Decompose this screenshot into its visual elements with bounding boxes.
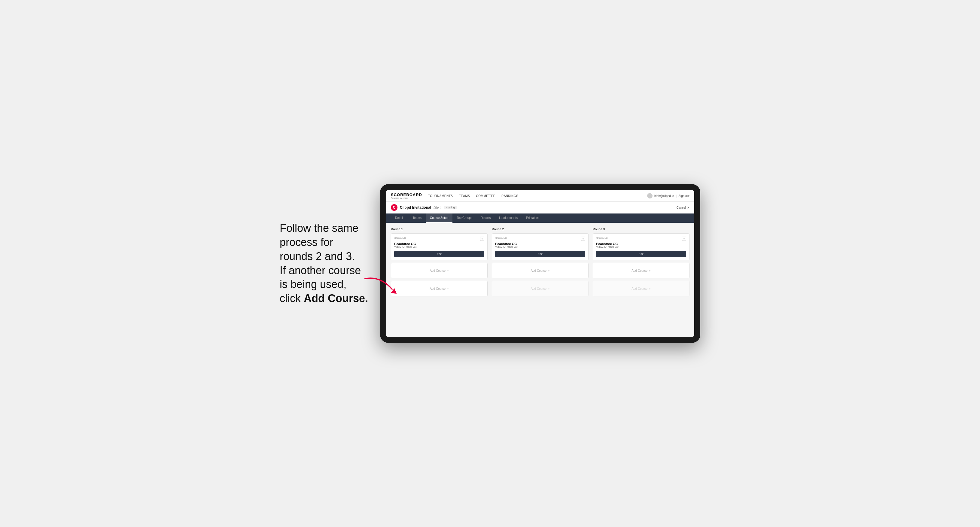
top-nav-right: blair@clippd.io | Sign out <box>647 193 689 198</box>
tournament-type: (Men) <box>434 206 441 209</box>
page-wrapper: Follow the same process for rounds 2 and… <box>280 184 700 343</box>
round-2-column: Round 2 (Course A) ○ Peachtree GC Yellow… <box>492 228 589 299</box>
tab-course-setup[interactable]: Course Setup <box>426 214 452 223</box>
add-course-label-r2-2: Add Course <box>531 287 546 290</box>
tab-tee-groups[interactable]: Tee Groups <box>452 214 476 223</box>
cancel-label: Cancel <box>676 206 686 209</box>
main-content: Round 1 (Course A) ○ Peachtree GC Yellow… <box>386 223 694 337</box>
logo-title: SCOREBOARD <box>391 192 422 197</box>
plus-icon-r1-2: + <box>447 287 449 290</box>
instruction-line5: is being used, <box>280 278 347 290</box>
course-details-r3: Yellow (M) (6629 yds) <box>596 246 686 248</box>
round-3-course-card: (Course A) ○ Peachtree GC Yellow (M) (66… <box>593 233 689 260</box>
tab-leaderboards[interactable]: Leaderboards <box>495 214 522 223</box>
add-course-label-r2-1: Add Course <box>531 269 546 272</box>
tab-nav: Details Teams Course Setup Tee Groups Re… <box>386 214 694 223</box>
add-course-label-r1-2: Add Course <box>430 287 445 290</box>
edit-button-r3[interactable]: Edit <box>596 251 686 257</box>
sign-out-link[interactable]: Sign out <box>678 194 689 198</box>
round-2-course-card: (Course A) ○ Peachtree GC Yellow (M) (66… <box>492 233 589 260</box>
plus-icon-r2-1: + <box>548 269 549 272</box>
user-email: blair@clippd.io <box>654 194 674 198</box>
course-delete-r2[interactable]: ○ <box>581 237 585 241</box>
plus-icon-r3-1: + <box>649 269 651 272</box>
course-a-label-r3: (Course A) <box>596 237 608 239</box>
add-course-r1-1[interactable]: Add Course + <box>391 263 488 278</box>
course-name-r2: Peachtree GC <box>495 242 585 246</box>
hosting-badge: Hosting <box>444 206 457 209</box>
instruction-line1: Follow the same <box>280 222 358 234</box>
instruction-text: Follow the same process for rounds 2 and… <box>280 221 368 306</box>
instruction-line6: click <box>280 292 304 305</box>
plus-icon-r2-2: + <box>548 287 549 290</box>
round-3-column: Round 3 (Course A) ○ Peachtree GC Yellow… <box>593 228 689 299</box>
add-course-r3-2: Add Course + <box>593 281 689 296</box>
top-nav-left: SCOREBOARD Powered by clippd TOURNAMENTS… <box>391 192 518 199</box>
add-course-label-r1-1: Add Course <box>430 269 445 272</box>
tab-results[interactable]: Results <box>476 214 495 223</box>
tab-details[interactable]: Details <box>391 214 409 223</box>
avatar <box>647 193 652 198</box>
instruction-line3: rounds 2 and 3. <box>280 250 355 262</box>
top-nav: SCOREBOARD Powered by clippd TOURNAMENTS… <box>386 190 694 202</box>
round-1-label: Round 1 <box>391 228 488 231</box>
add-course-r2-1[interactable]: Add Course + <box>492 263 589 278</box>
instruction-line4: If another course <box>280 264 361 276</box>
tournament-name: Clippd Invitational <box>400 205 431 210</box>
plus-icon-r3-2: + <box>649 287 651 290</box>
course-details-r2: Yellow (M) (6629 yds) <box>495 246 585 248</box>
add-course-label-r3-2: Add Course <box>632 287 648 290</box>
tab-teams[interactable]: Teams <box>409 214 426 223</box>
edit-button-r2[interactable]: Edit <box>495 251 585 257</box>
add-course-r1-2[interactable]: Add Course + <box>391 281 488 296</box>
round-3-label: Round 3 <box>593 228 689 231</box>
course-card-header-r2: (Course A) ○ <box>495 237 585 241</box>
plus-icon-r1-1: + <box>447 269 449 272</box>
nav-teams[interactable]: TEAMS <box>459 194 470 198</box>
logo-sub: Powered by clippd <box>391 197 422 199</box>
cancel-x-icon: ✕ <box>687 206 689 209</box>
course-delete-r1[interactable]: ○ <box>480 237 484 241</box>
course-details-r1: Yellow (M) (6629 yds) <box>394 246 484 248</box>
clippd-logo: C <box>391 204 398 211</box>
course-card-header-r3: (Course A) ○ <box>596 237 686 241</box>
arrow-annotation <box>362 273 404 297</box>
course-card-header: (Course A) ○ <box>394 237 484 241</box>
rounds-grid: Round 1 (Course A) ○ Peachtree GC Yellow… <box>391 228 689 299</box>
round-1-column: Round 1 (Course A) ○ Peachtree GC Yellow… <box>391 228 488 299</box>
course-a-label-r1: (Course A) <box>394 237 406 239</box>
tablet: SCOREBOARD Powered by clippd TOURNAMENTS… <box>380 184 700 343</box>
pipe-divider: | <box>676 194 677 198</box>
course-delete-r3[interactable]: ○ <box>682 237 686 241</box>
instruction-line2: process for <box>280 236 333 248</box>
edit-button-r1[interactable]: Edit <box>394 251 484 257</box>
course-a-label-r2: (Course A) <box>495 237 506 239</box>
instruction-bold: Add Course. <box>304 292 368 305</box>
round-1-course-card: (Course A) ○ Peachtree GC Yellow (M) (66… <box>391 233 488 260</box>
nav-rankings[interactable]: RANKINGS <box>501 194 518 198</box>
tournament-bar-left: C Clippd Invitational (Men) Hosting <box>391 204 457 211</box>
nav-committee[interactable]: COMMITTEE <box>476 194 495 198</box>
top-nav-links: TOURNAMENTS TEAMS COMMITTEE RANKINGS <box>428 194 518 198</box>
cancel-button[interactable]: Cancel ✕ <box>676 206 689 209</box>
course-name-r1: Peachtree GC <box>394 242 484 246</box>
round-2-label: Round 2 <box>492 228 589 231</box>
nav-tournaments[interactable]: TOURNAMENTS <box>428 194 453 198</box>
add-course-label-r3-1: Add Course <box>632 269 648 272</box>
add-course-r3-1[interactable]: Add Course + <box>593 263 689 278</box>
tab-printables[interactable]: Printables <box>522 214 544 223</box>
scoreboard-logo: SCOREBOARD Powered by clippd <box>391 192 422 199</box>
add-course-r2-2: Add Course + <box>492 281 589 296</box>
tournament-bar: C Clippd Invitational (Men) Hosting Canc… <box>386 202 694 214</box>
course-name-r3: Peachtree GC <box>596 242 686 246</box>
tablet-screen: SCOREBOARD Powered by clippd TOURNAMENTS… <box>386 190 694 337</box>
